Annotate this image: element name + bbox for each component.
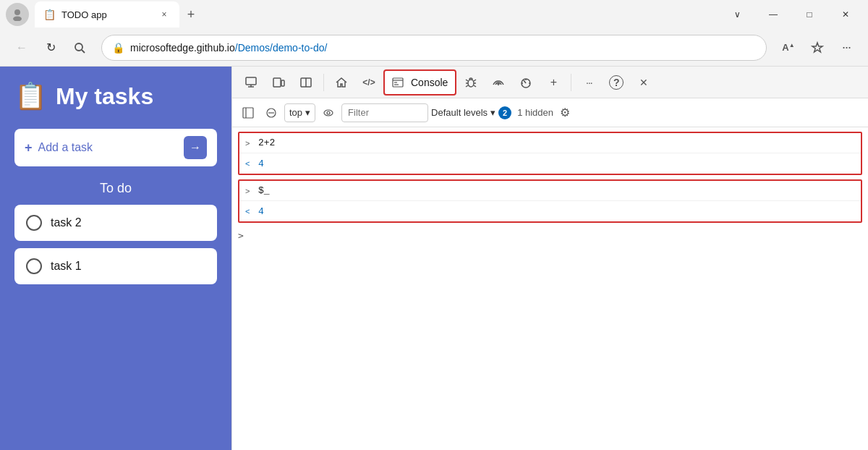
- svg-point-2: [75, 43, 82, 51]
- todo-header: 📋 My tasks: [14, 81, 217, 111]
- console-prompt-line[interactable]: >: [232, 227, 868, 244]
- add-tab-button[interactable]: +: [540, 69, 566, 95]
- task-item-2[interactable]: task 2: [14, 205, 217, 241]
- sources-button[interactable]: </>: [356, 69, 382, 95]
- log-levels-arrow: ▾: [490, 107, 495, 118]
- chevron-button[interactable]: ∨: [720, 3, 754, 26]
- tab-bar: 📋 TODO app × +: [35, 0, 720, 29]
- console-line-1-1[interactable]: > 2+2: [239, 133, 861, 153]
- svg-rect-8: [281, 80, 284, 86]
- toolbar-separator-1: [323, 74, 324, 91]
- split-view-button[interactable]: [293, 69, 319, 95]
- read-aloud-button[interactable]: A▲: [775, 35, 801, 61]
- context-dropdown-arrow: ▾: [305, 107, 310, 118]
- tab-title: TODO app: [61, 9, 152, 20]
- svg-point-31: [324, 110, 333, 116]
- svg-rect-4: [246, 77, 256, 85]
- more-tools-button[interactable]: ···: [576, 69, 602, 95]
- context-selector[interactable]: top ▾: [284, 103, 315, 122]
- eye-button[interactable]: [318, 103, 339, 123]
- network-button[interactable]: [485, 69, 511, 95]
- refresh-button[interactable]: ↻: [38, 35, 64, 61]
- add-task-row[interactable]: + Add a task →: [14, 129, 217, 166]
- hidden-count-label: 1 hidden: [517, 107, 553, 118]
- more-button[interactable]: ···: [833, 35, 859, 61]
- console-line-1-2: < 4: [239, 153, 861, 174]
- add-task-label: Add a task: [38, 141, 178, 154]
- performance-button[interactable]: [513, 69, 539, 95]
- url-text: microsoftedge.github.io/Demos/demo-to-do…: [130, 42, 756, 54]
- filter-input[interactable]: [341, 103, 428, 122]
- console-input-1: 2+2: [258, 137, 275, 148]
- task-checkbox-2[interactable]: [26, 215, 42, 231]
- task-item-1[interactable]: task 1: [14, 248, 217, 284]
- svg-point-32: [327, 111, 330, 114]
- search-button[interactable]: [67, 35, 93, 61]
- favorites-button[interactable]: [804, 35, 830, 61]
- console-line-2-2: < 4: [239, 201, 861, 221]
- address-bar[interactable]: 🔒 microsoftedge.github.io/Demos/demo-to-…: [101, 35, 767, 61]
- todo-header-icon: 📋: [14, 81, 47, 111]
- title-bar: 📋 TODO app × + ∨ — □ ✕: [0, 0, 868, 29]
- main-area: 📋 My tasks + Add a task → To do task 2 t…: [0, 67, 868, 450]
- svg-point-1: [13, 17, 22, 22]
- log-levels-selector[interactable]: Default levels ▾: [431, 107, 495, 118]
- console-bar: top ▾ Default levels ▾ 2 1 hidden ⚙: [232, 98, 868, 127]
- svg-point-15: [468, 80, 474, 87]
- log-levels-label: Default levels: [431, 107, 488, 118]
- home-button[interactable]: [328, 69, 354, 95]
- svg-rect-27: [243, 108, 253, 118]
- device-emulation-button[interactable]: [265, 69, 292, 95]
- console-sidebar-button[interactable]: [238, 103, 258, 123]
- browser-window: 📋 TODO app × + ∨ — □ ✕ ← ↻ 🔒 microsofted…: [0, 0, 868, 450]
- help-button[interactable]: ?: [603, 69, 629, 95]
- devtools-panel: </> Console: [231, 67, 868, 450]
- close-devtools-button[interactable]: ✕: [631, 69, 657, 95]
- console-output: > 2+2 < 4 > $_ < 4: [232, 127, 868, 450]
- url-domain: microsoftedge.github.io: [130, 42, 235, 54]
- clear-console-button[interactable]: [261, 103, 281, 123]
- new-tab-button[interactable]: +: [179, 3, 203, 26]
- svg-point-22: [498, 84, 500, 85]
- tab-favicon: 📋: [43, 9, 56, 20]
- task-name-1: task 1: [51, 260, 82, 273]
- svg-line-20: [466, 85, 468, 87]
- console-group-2: > $_ < 4: [238, 179, 862, 223]
- todo-panel: 📋 My tasks + Add a task → To do task 2 t…: [0, 67, 231, 450]
- bug-icon-button[interactable]: [458, 69, 484, 95]
- tab-close-button[interactable]: ×: [158, 8, 171, 21]
- svg-rect-7: [273, 78, 281, 87]
- console-settings-button[interactable]: ⚙: [556, 104, 574, 122]
- inspect-element-button[interactable]: [238, 69, 264, 95]
- console-output-1: 4: [258, 158, 264, 169]
- svg-line-3: [82, 50, 85, 53]
- input-arrow-1: >: [245, 139, 254, 148]
- svg-point-0: [14, 9, 20, 15]
- todo-header-title: My tasks: [56, 83, 153, 110]
- active-tab[interactable]: 📋 TODO app ×: [35, 1, 179, 27]
- add-task-submit-button[interactable]: →: [184, 136, 207, 159]
- console-group-1: > 2+2 < 4: [238, 132, 862, 175]
- console-input-2: $_: [258, 185, 270, 196]
- output-arrow-2: <: [245, 207, 254, 216]
- console-line-2-1[interactable]: > $_: [239, 181, 861, 201]
- devtools-toolbar: </> Console: [232, 67, 868, 98]
- task-checkbox-1[interactable]: [26, 258, 42, 274]
- nav-actions: A▲ ···: [775, 35, 859, 61]
- nav-bar: ← ↻ 🔒 microsoftedge.github.io/Demos/demo…: [0, 29, 868, 67]
- task-name-2: task 2: [51, 216, 82, 229]
- close-button[interactable]: ✕: [829, 3, 862, 26]
- add-task-plus-icon: +: [25, 140, 33, 156]
- url-path: /Demos/demo-to-do/: [235, 42, 328, 54]
- error-count-badge: 2: [498, 106, 511, 119]
- todo-section-title: To do: [14, 181, 217, 196]
- restore-button[interactable]: □: [793, 3, 826, 26]
- back-button[interactable]: ←: [9, 35, 35, 61]
- console-button[interactable]: Console: [383, 69, 456, 95]
- context-label: top: [289, 107, 302, 118]
- output-arrow-1: <: [245, 159, 254, 168]
- minimize-button[interactable]: —: [757, 3, 790, 26]
- profile-icon[interactable]: [6, 3, 29, 26]
- console-output-2: 4: [258, 206, 264, 217]
- toolbar-separator-2: [571, 74, 571, 91]
